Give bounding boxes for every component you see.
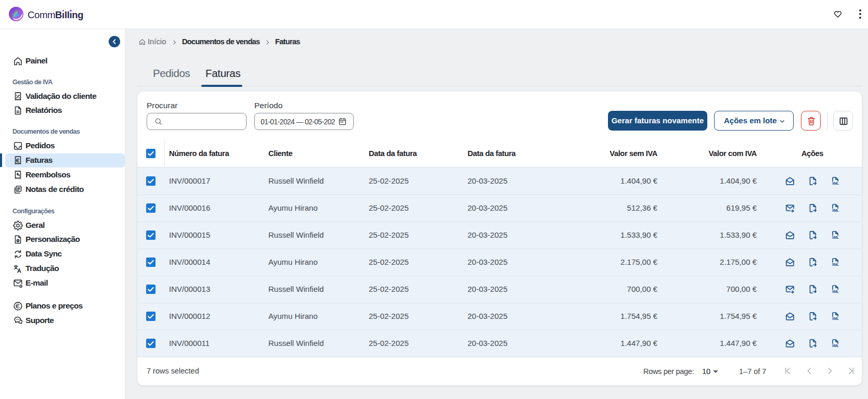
svg-text:XML: XML <box>832 209 839 212</box>
svg-text:XML: XML <box>832 317 839 320</box>
svg-text:XML: XML <box>832 236 839 239</box>
svg-text:XML: XML <box>832 290 839 293</box>
svg-text:XML: XML <box>832 182 839 185</box>
svg-text:XML: XML <box>832 263 839 266</box>
svg-text:XML: XML <box>832 344 839 347</box>
